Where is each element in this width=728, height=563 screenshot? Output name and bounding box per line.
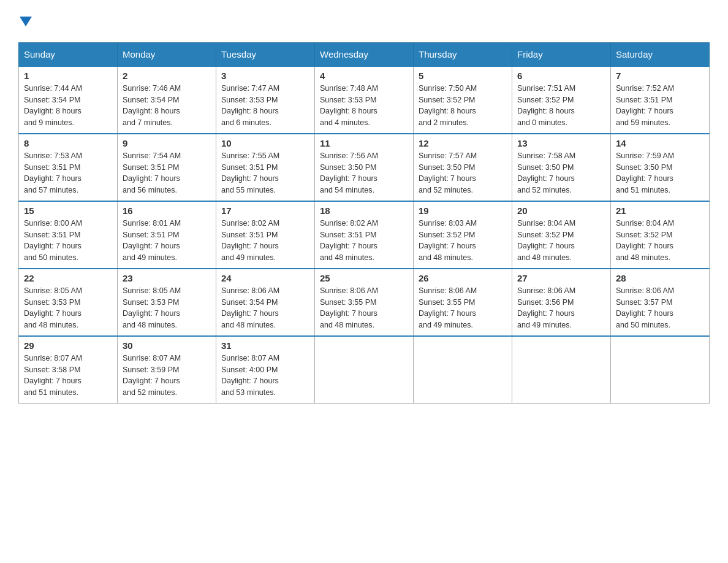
day-cell-24: 24 Sunrise: 8:06 AMSunset: 3:54 PMDaylig… bbox=[216, 269, 315, 336]
day-number: 27 bbox=[517, 273, 605, 283]
day-cell-4: 4 Sunrise: 7:48 AMSunset: 3:53 PMDayligh… bbox=[315, 66, 414, 134]
day-number: 29 bbox=[24, 340, 112, 351]
day-cell-17: 17 Sunrise: 8:02 AMSunset: 3:51 PMDaylig… bbox=[216, 201, 315, 269]
day-cell-23: 23 Sunrise: 8:05 AMSunset: 3:53 PMDaylig… bbox=[118, 269, 216, 336]
logo bbox=[18, 12, 32, 31]
day-cell-18: 18 Sunrise: 8:02 AMSunset: 3:51 PMDaylig… bbox=[315, 201, 414, 269]
calendar-week-3: 15 Sunrise: 8:00 AMSunset: 3:51 PMDaylig… bbox=[19, 201, 710, 269]
day-number: 13 bbox=[517, 138, 605, 148]
day-number: 9 bbox=[123, 138, 211, 148]
header-wednesday: Wednesday bbox=[315, 42, 414, 66]
day-number: 22 bbox=[24, 273, 112, 283]
day-cell-13: 13 Sunrise: 7:58 AMSunset: 3:50 PMDaylig… bbox=[512, 134, 611, 201]
day-cell-25: 25 Sunrise: 8:06 AMSunset: 3:55 PMDaylig… bbox=[315, 269, 414, 336]
sun-info: Sunrise: 8:06 AMSunset: 3:55 PMDaylight:… bbox=[419, 285, 507, 331]
sun-info: Sunrise: 8:07 AMSunset: 3:59 PMDaylight:… bbox=[123, 353, 211, 399]
day-cell-31: 31 Sunrise: 8:07 AMSunset: 4:00 PMDaylig… bbox=[216, 336, 315, 404]
sun-info: Sunrise: 7:44 AMSunset: 3:54 PMDaylight:… bbox=[24, 83, 112, 129]
sun-info: Sunrise: 8:03 AMSunset: 3:52 PMDaylight:… bbox=[419, 218, 507, 264]
day-cell-5: 5 Sunrise: 7:50 AMSunset: 3:52 PMDayligh… bbox=[414, 66, 512, 134]
sun-info: Sunrise: 8:02 AMSunset: 3:51 PMDaylight:… bbox=[320, 218, 408, 264]
day-number: 14 bbox=[616, 138, 704, 148]
day-number: 17 bbox=[221, 205, 309, 216]
sun-info: Sunrise: 8:05 AMSunset: 3:53 PMDaylight:… bbox=[24, 285, 112, 331]
day-number: 24 bbox=[221, 273, 309, 283]
day-cell-28: 28 Sunrise: 8:06 AMSunset: 3:57 PMDaylig… bbox=[611, 269, 710, 336]
sun-info: Sunrise: 8:06 AMSunset: 3:56 PMDaylight:… bbox=[517, 285, 605, 331]
sun-info: Sunrise: 7:59 AMSunset: 3:50 PMDaylight:… bbox=[616, 150, 704, 196]
sun-info: Sunrise: 7:53 AMSunset: 3:51 PMDaylight:… bbox=[24, 150, 112, 196]
day-number: 26 bbox=[419, 273, 507, 283]
page-header bbox=[18, 12, 710, 31]
day-cell-3: 3 Sunrise: 7:47 AMSunset: 3:53 PMDayligh… bbox=[216, 66, 315, 134]
day-cell-6: 6 Sunrise: 7:51 AMSunset: 3:52 PMDayligh… bbox=[512, 66, 611, 134]
sun-info: Sunrise: 8:04 AMSunset: 3:52 PMDaylight:… bbox=[517, 218, 605, 264]
day-number: 28 bbox=[616, 273, 704, 283]
day-cell-7: 7 Sunrise: 7:52 AMSunset: 3:51 PMDayligh… bbox=[611, 66, 710, 134]
header-monday: Monday bbox=[118, 42, 216, 66]
sun-info: Sunrise: 8:05 AMSunset: 3:53 PMDaylight:… bbox=[123, 285, 211, 331]
day-cell-30: 30 Sunrise: 8:07 AMSunset: 3:59 PMDaylig… bbox=[118, 336, 216, 404]
day-cell-11: 11 Sunrise: 7:56 AMSunset: 3:50 PMDaylig… bbox=[315, 134, 414, 201]
header-thursday: Thursday bbox=[414, 42, 512, 66]
day-cell-16: 16 Sunrise: 8:01 AMSunset: 3:51 PMDaylig… bbox=[118, 201, 216, 269]
day-cell-20: 20 Sunrise: 8:04 AMSunset: 3:52 PMDaylig… bbox=[512, 201, 611, 269]
calendar-header-row: SundayMondayTuesdayWednesdayThursdayFrid… bbox=[19, 42, 710, 66]
day-number: 2 bbox=[123, 71, 211, 81]
day-number: 7 bbox=[616, 71, 704, 81]
day-cell-12: 12 Sunrise: 7:57 AMSunset: 3:50 PMDaylig… bbox=[414, 134, 512, 201]
sun-info: Sunrise: 7:50 AMSunset: 3:52 PMDaylight:… bbox=[419, 83, 507, 129]
day-cell-29: 29 Sunrise: 8:07 AMSunset: 3:58 PMDaylig… bbox=[19, 336, 118, 404]
sun-info: Sunrise: 7:48 AMSunset: 3:53 PMDaylight:… bbox=[320, 83, 408, 129]
day-number: 11 bbox=[320, 138, 408, 148]
day-number: 4 bbox=[320, 71, 408, 81]
day-cell-15: 15 Sunrise: 8:00 AMSunset: 3:51 PMDaylig… bbox=[19, 201, 118, 269]
day-cell-8: 8 Sunrise: 7:53 AMSunset: 3:51 PMDayligh… bbox=[19, 134, 118, 201]
day-number: 15 bbox=[24, 205, 112, 216]
calendar-week-5: 29 Sunrise: 8:07 AMSunset: 3:58 PMDaylig… bbox=[19, 336, 710, 404]
day-number: 3 bbox=[221, 71, 309, 81]
day-cell-22: 22 Sunrise: 8:05 AMSunset: 3:53 PMDaylig… bbox=[19, 269, 118, 336]
calendar-week-2: 8 Sunrise: 7:53 AMSunset: 3:51 PMDayligh… bbox=[19, 134, 710, 201]
sun-info: Sunrise: 7:52 AMSunset: 3:51 PMDaylight:… bbox=[616, 83, 704, 129]
day-cell-14: 14 Sunrise: 7:59 AMSunset: 3:50 PMDaylig… bbox=[611, 134, 710, 201]
day-cell-21: 21 Sunrise: 8:04 AMSunset: 3:52 PMDaylig… bbox=[611, 201, 710, 269]
day-number: 21 bbox=[616, 205, 704, 216]
calendar-table: SundayMondayTuesdayWednesdayThursdayFrid… bbox=[18, 42, 710, 404]
day-number: 31 bbox=[221, 340, 309, 351]
sun-info: Sunrise: 8:06 AMSunset: 3:54 PMDaylight:… bbox=[221, 285, 309, 331]
sun-info: Sunrise: 8:06 AMSunset: 3:55 PMDaylight:… bbox=[320, 285, 408, 331]
day-cell-26: 26 Sunrise: 8:06 AMSunset: 3:55 PMDaylig… bbox=[414, 269, 512, 336]
sun-info: Sunrise: 7:57 AMSunset: 3:50 PMDaylight:… bbox=[419, 150, 507, 196]
sun-info: Sunrise: 8:07 AMSunset: 3:58 PMDaylight:… bbox=[24, 353, 112, 399]
sun-info: Sunrise: 7:46 AMSunset: 3:54 PMDaylight:… bbox=[123, 83, 211, 129]
calendar-week-1: 1 Sunrise: 7:44 AMSunset: 3:54 PMDayligh… bbox=[19, 66, 710, 134]
empty-cell bbox=[414, 336, 512, 404]
sun-info: Sunrise: 8:04 AMSunset: 3:52 PMDaylight:… bbox=[616, 218, 704, 264]
sun-info: Sunrise: 8:06 AMSunset: 3:57 PMDaylight:… bbox=[616, 285, 704, 331]
sun-info: Sunrise: 8:07 AMSunset: 4:00 PMDaylight:… bbox=[221, 353, 309, 399]
sun-info: Sunrise: 7:54 AMSunset: 3:51 PMDaylight:… bbox=[123, 150, 211, 196]
day-number: 6 bbox=[517, 71, 605, 81]
sun-info: Sunrise: 7:58 AMSunset: 3:50 PMDaylight:… bbox=[517, 150, 605, 196]
sun-info: Sunrise: 7:47 AMSunset: 3:53 PMDaylight:… bbox=[221, 83, 309, 129]
day-number: 5 bbox=[419, 71, 507, 81]
header-friday: Friday bbox=[512, 42, 611, 66]
empty-cell bbox=[512, 336, 611, 404]
day-number: 16 bbox=[123, 205, 211, 216]
day-number: 30 bbox=[123, 340, 211, 351]
header-saturday: Saturday bbox=[611, 42, 710, 66]
sun-info: Sunrise: 8:00 AMSunset: 3:51 PMDaylight:… bbox=[24, 218, 112, 264]
day-cell-2: 2 Sunrise: 7:46 AMSunset: 3:54 PMDayligh… bbox=[118, 66, 216, 134]
day-number: 1 bbox=[24, 71, 112, 81]
sun-info: Sunrise: 8:01 AMSunset: 3:51 PMDaylight:… bbox=[123, 218, 211, 264]
sun-info: Sunrise: 7:55 AMSunset: 3:51 PMDaylight:… bbox=[221, 150, 309, 196]
day-cell-10: 10 Sunrise: 7:55 AMSunset: 3:51 PMDaylig… bbox=[216, 134, 315, 201]
day-number: 8 bbox=[24, 138, 112, 148]
day-cell-9: 9 Sunrise: 7:54 AMSunset: 3:51 PMDayligh… bbox=[118, 134, 216, 201]
day-cell-19: 19 Sunrise: 8:03 AMSunset: 3:52 PMDaylig… bbox=[414, 201, 512, 269]
header-sunday: Sunday bbox=[19, 42, 118, 66]
calendar-week-4: 22 Sunrise: 8:05 AMSunset: 3:53 PMDaylig… bbox=[19, 269, 710, 336]
sun-info: Sunrise: 8:02 AMSunset: 3:51 PMDaylight:… bbox=[221, 218, 309, 264]
empty-cell bbox=[315, 336, 414, 404]
